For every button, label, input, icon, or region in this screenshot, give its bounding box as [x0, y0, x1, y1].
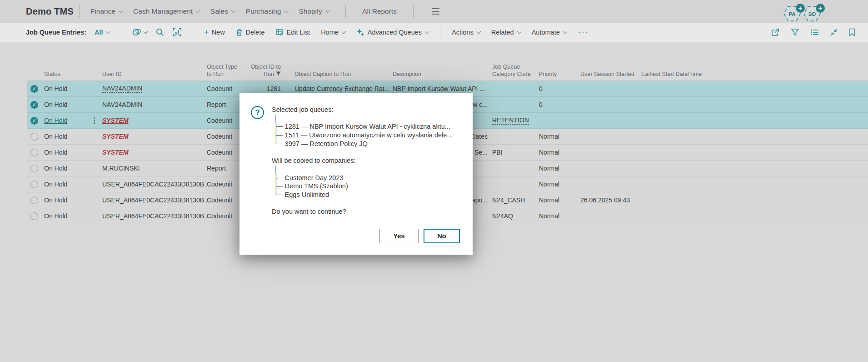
chevron-down-icon: [476, 29, 481, 34]
no-button[interactable]: No: [424, 229, 460, 243]
chevron-down-icon: [284, 8, 289, 13]
analyze-icon[interactable]: [173, 28, 182, 37]
row-selected-icon[interactable]: ✓: [30, 101, 38, 109]
search-icon[interactable]: [155, 28, 165, 37]
business-central-window: Demo TMS Finance Cash Management Sales P…: [0, 0, 868, 362]
app-brand[interactable]: Demo TMS: [26, 6, 74, 17]
divider: [440, 27, 440, 37]
divider: [345, 5, 346, 18]
page-title: Job Queue Entries:: [26, 29, 86, 36]
chevron-down-icon: [106, 29, 110, 34]
column-header-object-type[interactable]: Object Type to Run: [207, 64, 245, 80]
nav-finance[interactable]: Finance: [90, 7, 122, 15]
confirm-dialog: ? Selected job queues: │ ├─ 1281 — NBP I…: [239, 93, 473, 255]
column-header-object-id[interactable]: Object ID to Run: [245, 64, 285, 80]
toolbar-right-icons: [771, 23, 855, 42]
collapse-icon[interactable]: [830, 28, 838, 36]
plus-icon: +: [204, 29, 209, 35]
chevron-down-icon: [341, 29, 346, 34]
filter-icon[interactable]: [791, 28, 799, 36]
chevron-down-icon: [231, 8, 235, 13]
home-menu[interactable]: Home: [321, 29, 345, 36]
chevron-down-icon: [325, 8, 330, 13]
main-menu: Finance Cash Management Sales Purchasing…: [90, 5, 441, 18]
user-id-link[interactable]: NAV24ADMIN: [102, 85, 142, 93]
app-header: Demo TMS Finance Cash Management Sales P…: [0, 0, 868, 23]
table-header: Status User ID Object Type to Run Object…: [0, 59, 868, 81]
chevron-down-icon: [517, 29, 521, 34]
row-select-circle[interactable]: [30, 165, 38, 172]
row-menu-icon[interactable]: [94, 117, 95, 124]
row-selected-icon[interactable]: ✓: [30, 117, 38, 125]
row-select-circle[interactable]: [30, 181, 38, 188]
column-filter-icon: [276, 71, 281, 78]
automate-menu[interactable]: Automate: [532, 29, 567, 36]
actions-menu[interactable]: Actions: [452, 29, 480, 36]
divider: [79, 5, 80, 18]
views-icon[interactable]: [131, 28, 147, 37]
bookmark-icon[interactable]: [849, 28, 855, 36]
column-header-user-id[interactable]: User ID: [102, 71, 207, 81]
add-icon: +: [816, 4, 825, 13]
list-view-icon[interactable]: [810, 29, 819, 36]
more-options-icon[interactable]: ···: [579, 28, 589, 36]
nav-cash-management[interactable]: Cash Management: [133, 7, 200, 15]
row-selected-icon[interactable]: ✓: [30, 85, 38, 93]
edit-list-icon: [276, 29, 284, 36]
row-select-circle[interactable]: [30, 196, 38, 204]
nav-shopify[interactable]: Shopify: [299, 7, 329, 15]
question-icon: ?: [251, 106, 264, 119]
dialog-buttons: Yes No: [379, 229, 460, 243]
yes-button[interactable]: Yes: [379, 229, 419, 243]
chevron-down-icon: [144, 29, 148, 34]
column-header-description[interactable]: Description: [393, 71, 492, 81]
nav-sales[interactable]: Sales: [210, 7, 235, 15]
chevron-down-icon: [196, 8, 200, 13]
column-header-session[interactable]: User Session Started: [580, 71, 641, 81]
share-icon[interactable]: [771, 28, 780, 36]
menu-more-icon[interactable]: [430, 6, 441, 16]
nav-all-reports[interactable]: All Reports: [362, 7, 397, 15]
advanced-queues-menu[interactable]: Advanced Queues: [356, 28, 429, 36]
edit-list-button[interactable]: Edit List: [276, 29, 310, 36]
row-select-circle[interactable]: [30, 212, 38, 220]
user-id-link[interactable]: SYSTEM: [102, 117, 129, 124]
trash-icon: [236, 29, 243, 36]
row-select-circle[interactable]: [30, 133, 38, 141]
divider: [121, 27, 121, 37]
divider: [192, 27, 192, 37]
column-header-priority[interactable]: Priority: [539, 71, 580, 81]
column-header-earliest[interactable]: Earliest Start Date/Time: [641, 71, 707, 81]
nav-purchasing[interactable]: Purchasing: [246, 7, 288, 15]
delete-button[interactable]: Delete: [236, 29, 265, 36]
new-button[interactable]: + New: [204, 29, 224, 36]
action-bar: Job Queue Entries: All + New Delete Edit: [0, 23, 868, 42]
sparkle-icon: [356, 28, 364, 36]
divider: [413, 5, 414, 18]
related-menu[interactable]: Related: [491, 29, 521, 36]
view-filter-dropdown[interactable]: All: [95, 29, 110, 36]
user-badge-so[interactable]: SO +: [803, 4, 827, 24]
column-header-object-caption[interactable]: Object Caption to Run: [285, 71, 393, 81]
chevron-down-icon: [563, 29, 567, 34]
chevron-down-icon: [119, 8, 123, 13]
select-all-circle[interactable]: [27, 65, 44, 75]
column-header-status[interactable]: Status: [44, 71, 102, 81]
chevron-down-icon: [425, 29, 429, 34]
status-link[interactable]: On Hold: [44, 117, 67, 124]
dialog-message: Selected job queues: │ ├─ 1281 — NBP Imp…: [272, 106, 463, 216]
row-select-circle[interactable]: [30, 149, 38, 156]
category-link[interactable]: RETENTION: [492, 116, 529, 125]
column-header-category[interactable]: Job Queue Category Code: [492, 64, 539, 80]
